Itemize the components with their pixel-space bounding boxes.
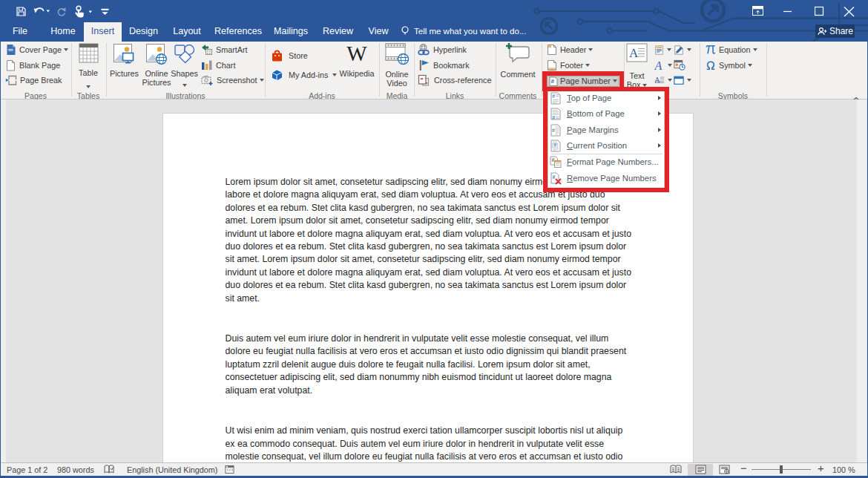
svg-text:A: A [654, 59, 662, 71]
svg-text:A: A [654, 76, 660, 84]
svg-text:A: A [629, 46, 639, 60]
